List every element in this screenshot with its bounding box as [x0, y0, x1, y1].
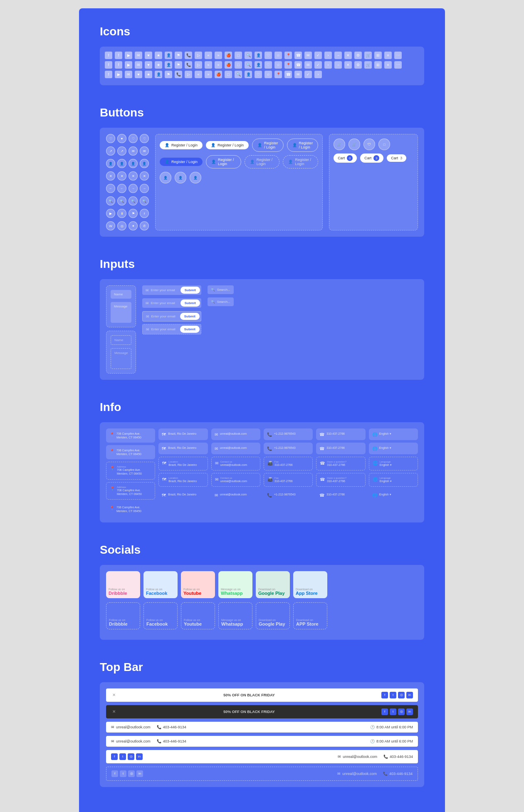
- btn-pause[interactable]: ⏸: [117, 209, 126, 218]
- icon2-23[interactable]: ›: [324, 61, 332, 69]
- outline-ig[interactable]: ◎: [128, 770, 135, 777]
- icon2-6[interactable]: ★: [155, 61, 162, 69]
- email-placeholder-2[interactable]: Enter your email: [151, 301, 175, 305]
- btn-heart3[interactable]: ♡: [140, 134, 149, 143]
- icon3-12[interactable]: 🍎: [215, 71, 222, 78]
- icon3-16[interactable]: ♡: [255, 71, 262, 78]
- icon-arrow[interactable]: →: [334, 52, 342, 59]
- icon3-14[interactable]: 🔍: [235, 71, 242, 78]
- btn-arrow-r2[interactable]: →: [140, 184, 149, 193]
- message-input[interactable]: Message: [111, 302, 131, 323]
- icon-heart2[interactable]: ♡: [264, 52, 272, 59]
- dribbble-card[interactable]: Follow us on Dribbble: [106, 571, 140, 598]
- btn-heart[interactable]: ♡: [106, 134, 115, 143]
- btn-search3[interactable]: 🔍: [129, 196, 138, 205]
- googleplay-card[interactable]: Download on Google Play: [256, 571, 290, 598]
- icon-check[interactable]: ✓: [314, 52, 322, 59]
- btn-arrow-l[interactable]: ←: [106, 184, 115, 193]
- icon-box1[interactable]: □: [235, 52, 242, 59]
- btn-close2[interactable]: ✕: [117, 171, 126, 181]
- icon2-2[interactable]: f: [115, 61, 122, 69]
- icon3-13[interactable]: □: [225, 71, 232, 78]
- icon2-10[interactable]: ▷: [195, 61, 202, 69]
- bar-fb-1[interactable]: f: [111, 753, 118, 760]
- icon3-17[interactable]: ☆: [264, 71, 272, 78]
- icon2-4[interactable]: ✉: [135, 61, 142, 69]
- standalone-icon-2[interactable]: 👤: [175, 172, 186, 183]
- icon-bars[interactable]: ≡: [384, 52, 392, 59]
- icon2-3[interactable]: ▶: [125, 61, 132, 69]
- icon3-10[interactable]: «: [195, 71, 202, 78]
- search-input-2[interactable]: 🔍 Search...: [208, 297, 234, 306]
- topbar-fb-1[interactable]: f: [381, 692, 388, 698]
- icon2-1[interactable]: f: [105, 61, 112, 69]
- icon-phone[interactable]: 📞: [185, 52, 192, 59]
- icon-next[interactable]: »: [215, 52, 222, 59]
- icon2-12[interactable]: »: [215, 61, 222, 69]
- btn-wa[interactable]: ✆: [140, 221, 149, 230]
- icon-grid[interactable]: ⊞: [374, 52, 382, 59]
- email-placeholder-4[interactable]: Enter your email: [151, 327, 175, 331]
- icon2-29[interactable]: ≡: [384, 61, 392, 69]
- dribbble-outline-card[interactable]: Follow us on Dribbble: [106, 602, 140, 629]
- btn-share2[interactable]: ↗: [117, 146, 126, 156]
- icon3-3[interactable]: ✉: [125, 71, 132, 78]
- submit-btn-4[interactable]: Submit: [180, 326, 200, 333]
- bar-li-1[interactable]: in: [136, 753, 143, 760]
- topbar-tw-2[interactable]: t: [390, 708, 396, 715]
- email-placeholder-3[interactable]: Enter your email: [151, 314, 175, 318]
- register-btn-5[interactable]: 👤 Register / Login: [206, 155, 241, 168]
- btn-search2[interactable]: 🔍: [117, 196, 126, 205]
- icon-flag[interactable]: ⚑: [175, 52, 182, 59]
- name-input[interactable]: Name: [111, 290, 131, 299]
- appstore-card[interactable]: Download on App Store: [293, 571, 327, 598]
- icon2-25[interactable]: ✕: [344, 61, 352, 69]
- icon2-22[interactable]: ✓: [314, 61, 322, 69]
- btn-user4[interactable]: 👤: [140, 159, 149, 168]
- icon-heart[interactable]: ♥: [145, 52, 152, 59]
- icon3-5[interactable]: ★: [145, 71, 152, 78]
- btn-user[interactable]: 👤: [106, 159, 115, 168]
- topbar-li-2[interactable]: in: [406, 708, 413, 715]
- btn-ig[interactable]: ◎: [117, 221, 126, 230]
- shield-btn[interactable]: 🛡: [363, 139, 375, 150]
- submit-btn-1[interactable]: Submit: [180, 287, 200, 294]
- icon2-18[interactable]: ☆: [274, 61, 282, 69]
- btn-arrow-r[interactable]: →: [129, 184, 138, 193]
- register-btn-2[interactable]: 👤 Register / Login: [206, 141, 249, 149]
- icon-facebook[interactable]: f: [105, 52, 112, 59]
- whatsapp-outline-card[interactable]: Message us on Whatsapp: [218, 602, 252, 629]
- btn-search4[interactable]: 🔍: [140, 196, 149, 205]
- appstore-outline-card[interactable]: Download on APP Store: [293, 602, 327, 629]
- icon-apple[interactable]: 🍎: [225, 52, 232, 59]
- btn-close[interactable]: ✕: [106, 171, 115, 181]
- register-btn-dashed[interactable]: 👤 Register / Login: [245, 155, 280, 168]
- btn-user3[interactable]: 👤: [129, 159, 138, 168]
- bar-tw-1[interactable]: t: [119, 753, 126, 760]
- icon-chevron[interactable]: ›: [324, 52, 332, 59]
- btn-user2[interactable]: 👤: [117, 159, 126, 168]
- cart-icon-btn-1[interactable]: 🛒: [334, 139, 345, 150]
- icon3-20[interactable]: ✉: [294, 71, 302, 78]
- icon2-27[interactable]: 🛒: [364, 61, 372, 69]
- topbar-ig-1[interactable]: ◎: [398, 692, 405, 698]
- email-placeholder-1[interactable]: Enter your email: [151, 288, 175, 292]
- icon-star[interactable]: ★: [155, 52, 162, 59]
- icon3-9[interactable]: ▷: [185, 71, 192, 78]
- icon2-8[interactable]: ⚑: [175, 61, 182, 69]
- icon2-28[interactable]: ⊞: [374, 61, 382, 69]
- icon-facebook2[interactable]: f: [115, 52, 122, 59]
- icon-user[interactable]: 👤: [165, 52, 172, 59]
- icon2-7[interactable]: 👤: [165, 61, 172, 69]
- bar-ig-1[interactable]: ◎: [128, 753, 134, 760]
- btn-search[interactable]: 🔍: [106, 196, 115, 205]
- icon3-4[interactable]: ♥: [135, 71, 142, 78]
- icon-close[interactable]: ✕: [344, 52, 352, 59]
- btn-fb[interactable]: f: [140, 209, 149, 218]
- icon2-20[interactable]: ☎: [294, 61, 302, 69]
- icon-message[interactable]: ✉: [135, 52, 142, 59]
- btn-heart-filled[interactable]: ♥: [117, 134, 126, 143]
- cart-button-3[interactable]: Cart 3: [387, 154, 406, 162]
- icon3-19[interactable]: ☎: [284, 71, 292, 78]
- icon2-15[interactable]: 🔍: [245, 61, 252, 69]
